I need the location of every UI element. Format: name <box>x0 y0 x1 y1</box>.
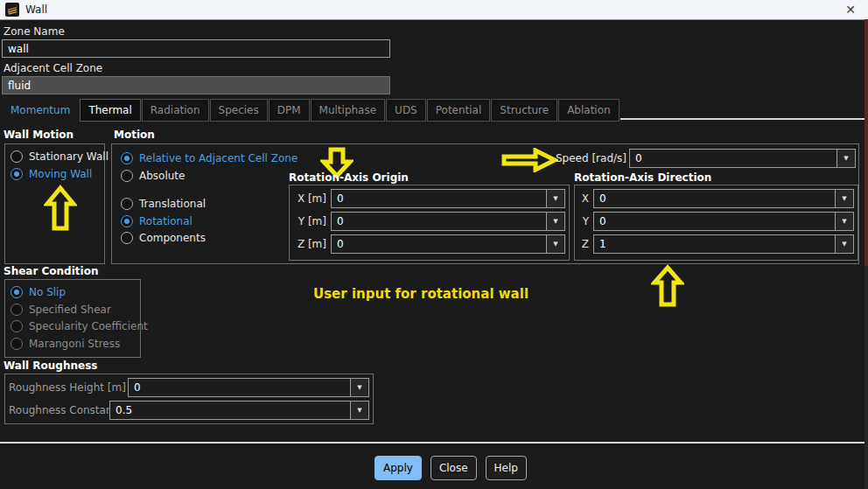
origin-x-input[interactable]: 0 ▼ <box>331 189 565 208</box>
radio-icon <box>121 232 133 244</box>
radio-rotational[interactable]: Rotational <box>121 214 192 228</box>
zone-name-input[interactable]: wall <box>2 39 390 58</box>
chevron-down-icon[interactable]: ▼ <box>546 235 564 253</box>
chevron-down-icon[interactable]: ▼ <box>835 190 853 207</box>
zone-name-value: wall <box>8 43 29 55</box>
origin-y-label: Y [m] <box>293 215 331 227</box>
radio-relative-to-adjacent-cell-zone[interactable]: Relative to Adjacent Cell Zone <box>121 151 298 165</box>
title-bar: Wall ✕ <box>0 0 868 20</box>
roughness-constant-input[interactable]: 0.5 ▼ <box>109 401 369 420</box>
radio-label: Marangoni Stress <box>29 338 120 350</box>
chevron-down-icon[interactable]: ▼ <box>835 235 853 253</box>
roughness-constant-value[interactable]: 0.5 <box>110 402 350 419</box>
roughness-height-label: Roughness Height [m] <box>9 381 128 394</box>
speed-label: Speed [rad/s] <box>516 152 626 164</box>
roughness-height-input[interactable]: 0 ▼ <box>128 378 369 397</box>
direction-x-row: X 0 ▼ <box>578 189 854 208</box>
apply-button[interactable]: Apply <box>374 456 422 480</box>
tab-thermal[interactable]: Thermal <box>80 99 140 122</box>
radio-no-slip[interactable]: No Slip <box>10 285 66 299</box>
radio-icon <box>10 286 23 298</box>
adjacent-cell-zone-label: Adjacent Cell Zone <box>4 62 102 74</box>
bottom-separator <box>0 442 864 444</box>
radio-icon <box>121 198 133 210</box>
radio-icon <box>10 338 23 350</box>
background-app-sliver-bottom <box>864 266 868 489</box>
radio-label: Specularity Coefficient <box>29 320 148 332</box>
radio-translational[interactable]: Translational <box>121 197 206 211</box>
dialog-buttons: Apply Close Help <box>374 456 527 480</box>
speed-value[interactable]: 0 <box>630 150 836 167</box>
chevron-down-icon[interactable]: ▼ <box>835 213 853 230</box>
wall-roughness-group: Roughness Height [m] 0 ▼ Roughness Const… <box>4 374 374 424</box>
tab-bar: Momentum Thermal Radiation Species DPM M… <box>2 99 864 122</box>
radio-icon <box>121 170 133 182</box>
wall-roughness-title: Wall Roughness <box>4 360 97 372</box>
direction-z-value[interactable]: 1 <box>594 235 835 253</box>
radio-specified-shear: Specified Shear <box>10 303 111 317</box>
speed-input[interactable]: 0 ▼ <box>629 149 856 168</box>
chevron-down-icon[interactable]: ▼ <box>546 213 564 230</box>
radio-absolute[interactable]: Absolute <box>121 169 185 183</box>
origin-x-row: X [m] 0 ▼ <box>293 189 565 208</box>
chevron-down-icon[interactable]: ▼ <box>546 190 564 207</box>
background-app-sliver-top <box>864 19 868 266</box>
direction-z-row: Z 1 ▼ <box>578 234 854 254</box>
radio-moving-wall[interactable]: Moving Wall <box>10 167 92 181</box>
close-icon[interactable]: ✕ <box>842 3 859 17</box>
radio-label: Relative to Adjacent Cell Zone <box>139 152 298 164</box>
radio-icon <box>121 215 133 227</box>
direction-x-label: X <box>578 192 593 205</box>
radio-label: Absolute <box>139 170 185 182</box>
chevron-down-icon[interactable]: ▼ <box>836 150 855 167</box>
radio-marangoni-stress: Marangoni Stress <box>10 337 120 351</box>
annotation-text: User input for rotational wall <box>313 286 528 302</box>
radio-label: Components <box>139 232 206 244</box>
direction-z-input[interactable]: 1 ▼ <box>593 234 854 254</box>
help-button[interactable]: Help <box>486 456 527 480</box>
direction-x-value[interactable]: 0 <box>594 190 835 207</box>
tab-base-line <box>620 99 864 120</box>
rotation-axis-direction-group: X 0 ▼ Y 0 ▼ Z 1 ▼ <box>574 185 858 261</box>
radio-label: Specified Shear <box>29 304 111 316</box>
tab-potential: Potential <box>427 99 491 122</box>
direction-y-label: Y <box>578 215 593 227</box>
origin-y-input[interactable]: 0 ▼ <box>331 212 565 231</box>
direction-x-input[interactable]: 0 ▼ <box>593 189 854 208</box>
adjacent-cell-zone-input: fluid <box>2 76 390 94</box>
radio-icon <box>121 152 133 164</box>
tab-multiphase: Multiphase <box>311 99 386 122</box>
chevron-down-icon[interactable]: ▼ <box>350 402 368 419</box>
radio-icon <box>10 304 23 316</box>
radio-stationary-wall[interactable]: Stationary Wall <box>10 150 108 164</box>
roughness-constant-label: Roughness Constant <box>9 404 109 416</box>
radio-components[interactable]: Components <box>121 231 206 245</box>
roughness-height-value[interactable]: 0 <box>129 379 350 396</box>
direction-y-value[interactable]: 0 <box>594 213 835 230</box>
roughness-height-row: Roughness Height [m] 0 ▼ <box>9 378 369 397</box>
direction-z-label: Z <box>578 238 593 250</box>
rotation-axis-direction-title: Rotation-Axis Direction <box>574 171 711 184</box>
rotation-axis-origin-title: Rotation-Axis Origin <box>289 171 409 184</box>
origin-x-value[interactable]: 0 <box>332 190 546 207</box>
tab-dpm: DPM <box>269 99 310 122</box>
motion-title: Motion <box>114 129 155 141</box>
up-arrow-annotation-wall-motion <box>44 185 77 232</box>
origin-y-row: Y [m] 0 ▼ <box>293 212 565 231</box>
origin-z-value[interactable]: 0 <box>332 235 546 253</box>
tab-radiation: Radiation <box>142 99 209 122</box>
origin-z-input[interactable]: 0 ▼ <box>331 234 565 254</box>
window-title: Wall <box>25 3 47 16</box>
radio-label: Stationary Wall <box>29 150 108 163</box>
origin-y-value[interactable]: 0 <box>332 213 546 230</box>
direction-y-input[interactable]: 0 ▼ <box>593 212 854 231</box>
shear-condition-title: Shear Condition <box>4 265 98 277</box>
tab-ablation: Ablation <box>558 99 620 122</box>
tab-momentum[interactable]: Momentum <box>2 99 79 122</box>
close-button[interactable]: Close <box>430 456 477 480</box>
radio-label: Rotational <box>139 215 192 227</box>
zone-name-label: Zone Name <box>4 25 65 38</box>
origin-z-label: Z [m] <box>293 238 331 250</box>
tab-structure: Structure <box>491 99 557 122</box>
chevron-down-icon[interactable]: ▼ <box>350 379 368 396</box>
